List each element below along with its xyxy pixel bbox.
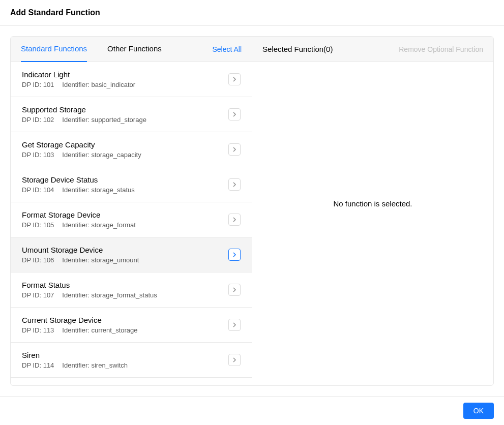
tab-other-functions[interactable]: Other Functions (107, 37, 162, 62)
function-identifier: Identifier: basic_indicator (62, 81, 135, 88)
function-name: Umount Storage Device (22, 246, 222, 254)
function-item[interactable]: Storage Device StatusDP ID: 104Identifie… (11, 167, 252, 202)
function-info: Umount Storage DeviceDP ID: 106Identifie… (22, 246, 222, 264)
function-item[interactable]: Get Storage CapacityDP ID: 103Identifier… (11, 132, 252, 167)
function-identifier: Identifier: siren_switch (62, 361, 128, 369)
function-name: Format Storage Device (22, 210, 222, 219)
selected-functions-panel: Selected Function(0) Remove Optional Fun… (252, 37, 493, 385)
chevron-right-icon (232, 322, 237, 327)
add-function-button[interactable] (228, 214, 241, 226)
function-name: Get Storage Capacity (22, 140, 222, 149)
dialog-footer: OK (0, 396, 504, 425)
function-dp-id: DP ID: 101 (22, 81, 54, 88)
function-meta: DP ID: 113Identifier: current_storage (22, 326, 222, 334)
panel-wrapper: Standard Functions Other Functions Selec… (10, 36, 494, 386)
chevron-right-icon (232, 287, 237, 292)
function-identifier: Identifier: storage_capacity (62, 151, 141, 159)
right-panel-header: Selected Function(0) Remove Optional Fun… (252, 37, 493, 62)
function-identifier: Identifier: current_storage (62, 326, 137, 334)
left-panel-header: Standard Functions Other Functions Selec… (11, 37, 252, 62)
function-meta: DP ID: 105Identifier: storage_format (22, 221, 222, 229)
chevron-right-icon (232, 77, 237, 82)
function-item[interactable]: SirenDP ID: 114Identifier: siren_switch (11, 343, 252, 378)
function-name: Siren (22, 351, 222, 359)
function-item[interactable]: Umount Storage DeviceDP ID: 106Identifie… (11, 237, 252, 272)
chevron-right-icon (232, 147, 237, 152)
function-meta: DP ID: 104Identifier: storage_status (22, 186, 222, 194)
function-list[interactable]: Indicator LightDP ID: 101Identifier: bas… (11, 62, 252, 385)
function-info: Current Storage DeviceDP ID: 113Identifi… (22, 316, 222, 334)
function-dp-id: DP ID: 106 (22, 256, 54, 264)
function-meta: DP ID: 114Identifier: siren_switch (22, 361, 222, 369)
function-name: Storage Device Status (22, 175, 222, 184)
function-info: Format StatusDP ID: 107Identifier: stora… (22, 281, 222, 299)
chevron-right-icon (232, 252, 237, 257)
add-function-button[interactable] (228, 354, 241, 366)
function-name: Current Storage Device (22, 316, 222, 324)
function-name: Format Status (22, 281, 222, 289)
selected-function-title: Selected Function(0) (262, 45, 399, 53)
function-info: Storage Device StatusDP ID: 104Identifie… (22, 175, 222, 194)
select-all-link[interactable]: Select All (212, 45, 242, 53)
function-meta: DP ID: 102Identifier: supported_storage (22, 116, 222, 124)
function-identifier: Identifier: supported_storage (62, 116, 146, 124)
chevron-right-icon (232, 182, 237, 187)
function-info: SirenDP ID: 114Identifier: siren_switch (22, 351, 222, 369)
function-dp-id: DP ID: 102 (22, 116, 54, 124)
function-meta: DP ID: 101Identifier: basic_indicator (22, 81, 222, 88)
function-meta: DP ID: 103Identifier: storage_capacity (22, 151, 222, 159)
tab-list: Standard Functions Other Functions (21, 37, 212, 62)
empty-state-message: No function is selected. (252, 62, 493, 385)
function-identifier: Identifier: storage_status (62, 186, 134, 194)
add-standard-function-dialog: Add Standard Function Standard Functions… (0, 0, 504, 425)
add-function-button[interactable] (228, 143, 241, 156)
function-item[interactable]: Current Storage DeviceDP ID: 113Identifi… (11, 308, 252, 343)
add-function-button[interactable] (228, 319, 241, 331)
chevron-right-icon (232, 357, 237, 362)
add-function-button[interactable] (228, 284, 241, 296)
chevron-right-icon (232, 112, 237, 117)
function-item[interactable]: Supported StorageDP ID: 102Identifier: s… (11, 97, 252, 132)
dialog-body: Standard Functions Other Functions Selec… (0, 26, 504, 396)
function-dp-id: DP ID: 103 (22, 151, 54, 159)
function-dp-id: DP ID: 114 (22, 361, 54, 369)
add-function-button[interactable] (228, 73, 241, 85)
function-dp-id: DP ID: 104 (22, 186, 54, 194)
function-identifier: Identifier: storage_format_status (62, 291, 157, 299)
function-meta: DP ID: 107Identifier: storage_format_sta… (22, 291, 222, 299)
available-functions-panel: Standard Functions Other Functions Selec… (11, 37, 252, 385)
function-info: Indicator LightDP ID: 101Identifier: bas… (22, 70, 222, 88)
function-item[interactable]: Format Storage DeviceDP ID: 105Identifie… (11, 202, 252, 237)
function-identifier: Identifier: storage_format (62, 221, 136, 229)
function-item[interactable]: Indicator LightDP ID: 101Identifier: bas… (11, 62, 252, 97)
function-dp-id: DP ID: 107 (22, 291, 54, 299)
function-name: Supported Storage (22, 105, 222, 114)
function-item[interactable]: Format StatusDP ID: 107Identifier: stora… (11, 272, 252, 308)
add-function-button[interactable] (228, 249, 241, 261)
function-info: Format Storage DeviceDP ID: 105Identifie… (22, 210, 222, 229)
tab-standard-functions[interactable]: Standard Functions (21, 37, 87, 62)
dialog-header: Add Standard Function (0, 0, 504, 26)
function-name: Indicator Light (22, 70, 222, 79)
remove-optional-function-link[interactable]: Remove Optional Function (399, 45, 483, 53)
function-meta: DP ID: 106Identifier: storage_umount (22, 256, 222, 264)
function-info: Get Storage CapacityDP ID: 103Identifier… (22, 140, 222, 159)
function-dp-id: DP ID: 105 (22, 221, 54, 229)
function-info: Supported StorageDP ID: 102Identifier: s… (22, 105, 222, 124)
dialog-title: Add Standard Function (10, 8, 494, 17)
add-function-button[interactable] (228, 178, 241, 191)
add-function-button[interactable] (228, 108, 241, 120)
chevron-right-icon (232, 217, 237, 222)
ok-button[interactable]: OK (463, 403, 494, 419)
function-dp-id: DP ID: 113 (22, 326, 54, 334)
function-identifier: Identifier: storage_umount (62, 256, 139, 264)
